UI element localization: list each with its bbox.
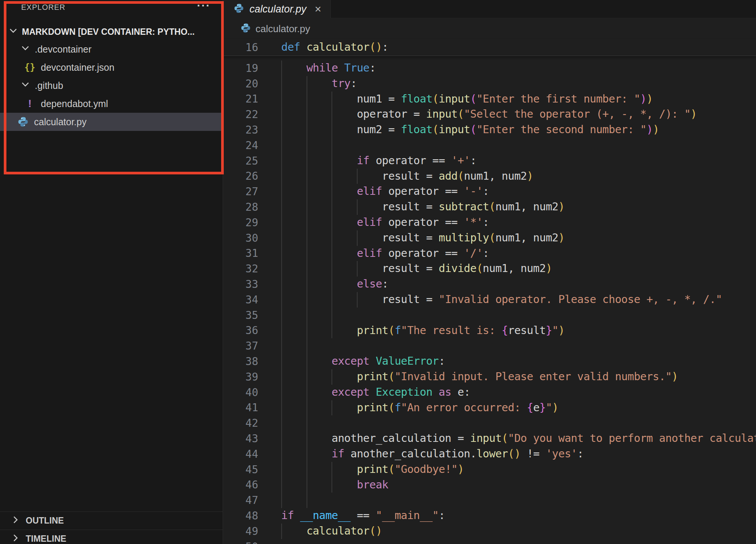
indent-guide — [281, 308, 282, 323]
indent-guide — [307, 477, 307, 493]
code-line[interactable]: 42 — [223, 415, 756, 431]
line-number: 32 — [223, 263, 258, 275]
code-line[interactable]: 28 result = subtract(num1, num2) — [223, 199, 756, 215]
code-line[interactable]: 23 num2 = float(input("Enter the second … — [223, 122, 756, 138]
indent-guide — [307, 199, 307, 215]
code-line[interactable]: 25 if operator == '+': — [223, 153, 756, 169]
indent-guide — [307, 400, 307, 416]
indent-guide — [281, 369, 282, 385]
code-line[interactable]: 40 except Exception as e: — [223, 385, 756, 400]
indent-guide — [281, 323, 282, 339]
code-text: except ValueError: — [258, 354, 445, 369]
code-text: while True: — [258, 61, 376, 76]
indent-guide — [307, 354, 307, 369]
code-line[interactable]: 44 if another_calculation.lower() != 'ye… — [223, 446, 756, 462]
code-line[interactable]: 30 result = multiply(num1, num2) — [223, 230, 756, 246]
line-number: 18 — [223, 56, 258, 57]
line-number: 47 — [223, 494, 258, 507]
indent-guide — [281, 354, 282, 369]
chevron-down-icon — [20, 43, 30, 55]
code-text: try: — [258, 76, 357, 92]
code-line[interactable]: 38 except ValueError: — [223, 354, 756, 369]
indent-guide — [307, 462, 307, 477]
code-line[interactable]: 21 num1 = float(input("Enter the first n… — [223, 92, 756, 107]
code-line[interactable]: 43 another_calculation = input("Do you w… — [223, 431, 756, 446]
indent-guide — [332, 169, 332, 184]
indent-guide — [332, 308, 332, 323]
indent-guide — [332, 153, 332, 169]
explorer-more-actions-icon[interactable]: ··· — [197, 0, 211, 11]
code-line[interactable]: 48if __name__ == "__main__": — [223, 508, 756, 524]
code-line[interactable]: 22 operator = input("Select the operator… — [223, 107, 756, 122]
code-line[interactable]: 37 — [223, 338, 756, 354]
breadcrumb-file-label[interactable]: calculator.py — [256, 23, 310, 35]
yaml-file-icon: ! — [23, 98, 36, 110]
code-line[interactable]: 46 break — [223, 477, 756, 493]
code-line[interactable]: 20 try: — [223, 76, 756, 92]
outline-section-label: OUTLINE — [26, 516, 64, 526]
outline-section-header[interactable]: OUTLINE — [0, 511, 223, 530]
tree-item-calculator-py[interactable]: calculator.py — [0, 113, 223, 131]
indent-guide — [281, 215, 282, 230]
code-line[interactable]: 32 result = divide(num1, num2) — [223, 261, 756, 277]
indent-guide — [307, 169, 307, 184]
chevron-down-icon — [20, 79, 30, 92]
indent-guide — [357, 230, 358, 246]
tree-item-dependabot-yml[interactable]: !dependabot.yml — [0, 95, 223, 113]
tab-bar: calculator.py × — [223, 0, 756, 18]
code-text: except Exception as e: — [258, 385, 470, 400]
code-line[interactable]: 35 — [223, 308, 756, 323]
timeline-section-header[interactable]: TIMELINE — [0, 530, 223, 544]
line-number: 20 — [223, 78, 258, 90]
indent-guide — [281, 184, 282, 199]
sticky-scroll-line[interactable]: 16 def calculator(): — [223, 39, 756, 56]
line-number: 37 — [223, 340, 258, 352]
line-number: 19 — [223, 62, 258, 75]
indent-guide — [332, 477, 332, 493]
indent-guide — [332, 400, 332, 416]
line-number: 44 — [223, 448, 258, 460]
code-line[interactable]: 34 result = "Invalid operator. Please ch… — [223, 292, 756, 308]
indent-guide — [281, 277, 282, 292]
line-number: 36 — [223, 324, 258, 337]
code-line[interactable]: 27 elif operator == '-': — [223, 184, 756, 199]
indent-guide — [307, 292, 307, 308]
code-text: elif operator == '/': — [258, 246, 489, 261]
vscode-window: EXPLORER ··· MARKDOWN [DEV CONTAINER: PY… — [0, 0, 756, 544]
code-text: if operator == '+': — [258, 153, 476, 169]
chevron-right-icon — [11, 533, 20, 544]
tree-item--devcontainer[interactable]: .devcontainer — [0, 40, 223, 58]
code-line[interactable]: 29 elif operator == '*': — [223, 215, 756, 230]
indent-guide — [281, 292, 282, 308]
tree-item-devcontainer-json[interactable]: {}devcontainer.json — [0, 58, 223, 76]
code-line[interactable]: 26 result = add(num1, num2) — [223, 169, 756, 184]
indent-guide — [332, 184, 332, 199]
indent-guide — [307, 230, 307, 246]
code-line[interactable]: 45 print("Goodbye!") — [223, 462, 756, 477]
code-line[interactable]: 49 calculator() — [223, 524, 756, 539]
code-text: result = subtract(num1, num2) — [258, 199, 565, 215]
line-number: 30 — [223, 232, 258, 244]
tree-item--github[interactable]: .github — [0, 76, 223, 95]
indent-guide — [307, 246, 307, 261]
code-line[interactable]: 24 — [223, 138, 756, 153]
code-line[interactable]: 33 else: — [223, 277, 756, 292]
line-number: 26 — [223, 170, 258, 182]
indent-guide — [307, 122, 307, 138]
code-line[interactable]: 41 print(f"An error occurred: {e}") — [223, 400, 756, 416]
indent-guide — [307, 323, 307, 339]
code-line[interactable]: 36 print(f"The result is: {result}") — [223, 323, 756, 339]
code-line[interactable]: 50 — [223, 539, 756, 544]
code-line[interactable]: 39 print("Invalid input. Please enter va… — [223, 369, 756, 385]
workspace-section-header[interactable]: MARKDOWN [DEV CONTAINER: PYTHO... — [0, 23, 223, 40]
indent-guide — [281, 92, 282, 107]
code-line[interactable]: 19 while True: — [223, 61, 756, 76]
tab-calculator-py[interactable]: calculator.py × — [223, 0, 331, 18]
code-text: operator = input("Select the operator (+… — [258, 107, 697, 122]
code-line[interactable]: 47 — [223, 493, 756, 508]
indent-guide — [281, 230, 282, 246]
close-icon[interactable]: × — [315, 3, 322, 15]
indent-guide — [332, 292, 332, 308]
code-line[interactable]: 31 elif operator == '/': — [223, 246, 756, 261]
editor-area: calculator.py × calculator.py 16 def cal… — [223, 0, 756, 544]
